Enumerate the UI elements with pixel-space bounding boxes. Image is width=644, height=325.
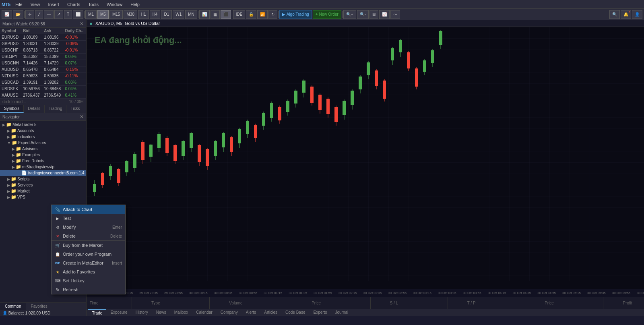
nav-tab-favorites[interactable]: Favorites	[26, 303, 52, 310]
time-label-5: 30 Oct 00:15	[186, 291, 211, 295]
new-order-btn[interactable]: + New Order	[313, 10, 341, 19]
ide-btn[interactable]: IDE	[233, 10, 246, 19]
market-watch-row[interactable]: USDCNH 7.14426 7.14729 0.07%	[0, 60, 86, 66]
tf-m5[interactable]: M5	[97, 10, 109, 19]
shapes-btn[interactable]: ⬜	[73, 10, 83, 19]
nav-tree-item[interactable]: 📄 tradingviewconnectmt5.com.1.4	[0, 170, 86, 176]
nav-tab-common[interactable]: Common	[0, 303, 26, 310]
refresh-btn[interactable]: ↻	[268, 10, 277, 19]
grid-btn[interactable]: ⊞	[369, 10, 378, 19]
folder-icon: 📁	[11, 182, 17, 188]
ctx-test[interactable]: ▶ Test	[52, 214, 125, 223]
tab-trading[interactable]: Trading	[45, 105, 67, 113]
btab-exposure[interactable]: Exposure	[106, 309, 131, 316]
chart-bar-btn[interactable]: ▦	[211, 10, 220, 19]
line-btn[interactable]: ╱	[35, 10, 43, 19]
oscillator-btn[interactable]: 〜	[390, 10, 400, 19]
refresh-icon: ↻	[55, 287, 60, 292]
btab-calendar[interactable]: Calendar	[192, 309, 217, 316]
ctx-add-favorites[interactable]: ★ Add to Favorites	[52, 267, 125, 276]
nav-tree-item[interactable]: ▼ 📁 Expert Advisors	[0, 140, 86, 146]
nav-tree-item[interactable]: ▶ 📁 Scripts	[0, 176, 86, 182]
market-watch-row[interactable]: EURUSD 1.08189 1.08196 -0.01%	[0, 34, 86, 41]
profile-btn[interactable]: 👤	[632, 10, 642, 19]
nav-tree-item[interactable]: ▶ 📁 Market	[0, 188, 86, 194]
tf-d1[interactable]: D1	[161, 10, 172, 19]
btab-news[interactable]: News	[152, 309, 170, 316]
btab-trade[interactable]: Trade	[88, 309, 107, 316]
menu-help[interactable]: Help	[129, 2, 141, 7]
hline-btn[interactable]: ―	[44, 10, 54, 19]
search-btn[interactable]: 🔍	[609, 10, 620, 19]
ctx-attach-to-chart[interactable]: 📎 Attach to Chart	[52, 205, 125, 214]
nav-tree-item[interactable]: ▶ 📁 VPS	[0, 194, 86, 200]
btab-history[interactable]: History	[132, 309, 152, 316]
lock-btn[interactable]: 🔒	[246, 10, 256, 19]
tf-m1[interactable]: M1	[85, 10, 97, 19]
market-watch-row[interactable]: USDSEK 10.59756 10.68458 0.04%	[0, 86, 86, 92]
tf-h4[interactable]: H4	[150, 10, 161, 19]
btab-codebase[interactable]: Code Base	[281, 309, 309, 316]
mw-change: 0.41%	[63, 92, 86, 99]
tab-details[interactable]: Details	[24, 105, 45, 113]
navigator-close[interactable]: ✕	[80, 114, 84, 120]
btab-articles[interactable]: Articles	[260, 309, 281, 316]
ctx-set-hotkey[interactable]: ⌨ Set Hotkey	[52, 276, 125, 285]
market-watch-close[interactable]: ✕	[80, 21, 84, 27]
nav-tree-item[interactable]: ▶ 📁 Indicators	[0, 134, 86, 140]
nav-tree-item[interactable]: ▶ 📁 Accounts	[0, 128, 86, 134]
zoom-in-btn[interactable]: 🔍+	[343, 10, 356, 19]
tab-symbols[interactable]: Symbols	[0, 105, 24, 113]
zoom-out-btn[interactable]: 🔍-	[357, 10, 369, 19]
btab-mailbox[interactable]: Mailbox	[170, 309, 192, 316]
arrow-btn[interactable]: ↗	[54, 10, 63, 19]
btab-company[interactable]: Company	[217, 309, 242, 316]
ctx-delete[interactable]: ✕ Delete Delete	[52, 232, 125, 240]
market-watch-row[interactable]: USDCHF 0.86713 0.86722 -0.01%	[0, 47, 86, 54]
market-watch-row[interactable]: NZDUSD 0.59623 0.59635 -0.11%	[0, 73, 86, 79]
market-watch-row[interactable]: GBPUSD 1.30031 1.30039 -0.06%	[0, 41, 86, 47]
tree-item-label: VPS	[17, 195, 25, 199]
ctx-create-metaeditor[interactable]: IDE Create in MetaEditor Insert	[52, 259, 125, 267]
new-chart-btn[interactable]: 📈	[2, 10, 12, 19]
ctx-modify[interactable]: ⚙ Modify Enter	[52, 223, 125, 232]
tf-m15[interactable]: M15	[109, 10, 123, 19]
chart-candle-btn[interactable]: ⬛	[221, 10, 231, 19]
notifications-btn[interactable]: 🔔1	[621, 10, 631, 19]
nav-tree-item[interactable]: ▶ 📁 Services	[0, 182, 86, 188]
btab-alerts[interactable]: Alerts	[242, 309, 260, 316]
menu-file[interactable]: File	[14, 2, 24, 7]
tf-mn[interactable]: MN	[185, 10, 197, 19]
tf-h1[interactable]: H1	[138, 10, 149, 19]
signal-btn[interactable]: 📶	[257, 10, 268, 19]
menu-charts[interactable]: Charts	[66, 2, 82, 7]
market-watch-row[interactable]: AUDUSD 0.65478 0.65484 -0.15%	[0, 66, 86, 73]
menu-view[interactable]: View	[29, 2, 42, 7]
nav-tree-item[interactable]: ▶ 📁 Free Robots	[0, 158, 86, 164]
tab-ticks[interactable]: Ticks	[66, 105, 84, 113]
nav-tree-item[interactable]: ▶ 📁 Advisors	[0, 146, 86, 152]
chart-line-btn[interactable]: 📊	[199, 10, 210, 19]
algo-trading-btn[interactable]: ▶ Algo Trading	[279, 10, 312, 19]
menu-window[interactable]: Window	[105, 2, 124, 7]
market-watch-row[interactable]: XAUUSD 2786.437 2786.549 0.41%	[0, 92, 86, 99]
crosshair-btn[interactable]: ✛	[25, 10, 34, 19]
chart-canvas[interactable]: EA đang khởi động...	[87, 27, 644, 289]
btab-journal[interactable]: Journal	[331, 309, 352, 316]
tf-m30[interactable]: M30	[124, 10, 137, 19]
open-btn[interactable]: 📂	[13, 10, 23, 19]
btab-experts[interactable]: Experts	[310, 309, 331, 316]
menu-tools[interactable]: Tools	[87, 2, 100, 7]
market-watch-row[interactable]: USDCAD 1.39191 1.39202 0.03%	[0, 79, 86, 86]
nav-tree-item[interactable]: ▶ 📁 MetaTrader 5	[0, 122, 86, 128]
ctx-buy-market[interactable]: 🛒 Buy from the Market	[52, 240, 125, 250]
ctx-order-program[interactable]: 📋 Order your own Program	[52, 250, 125, 259]
nav-tree-item[interactable]: ▶ 📁 Examples	[0, 152, 86, 158]
nav-tree-item[interactable]: ▶ 📁 mt5tradingviewvip	[0, 164, 86, 170]
menu-insert[interactable]: Insert	[46, 2, 61, 7]
text-btn[interactable]: T	[64, 10, 72, 19]
market-watch-row[interactable]: USDJPY 153.392 153.399 0.08%	[0, 54, 86, 60]
indicators-btn[interactable]: 📈	[379, 10, 390, 19]
ctx-refresh[interactable]: ↻ Refresh	[52, 285, 125, 294]
tf-w1[interactable]: W1	[173, 10, 184, 19]
